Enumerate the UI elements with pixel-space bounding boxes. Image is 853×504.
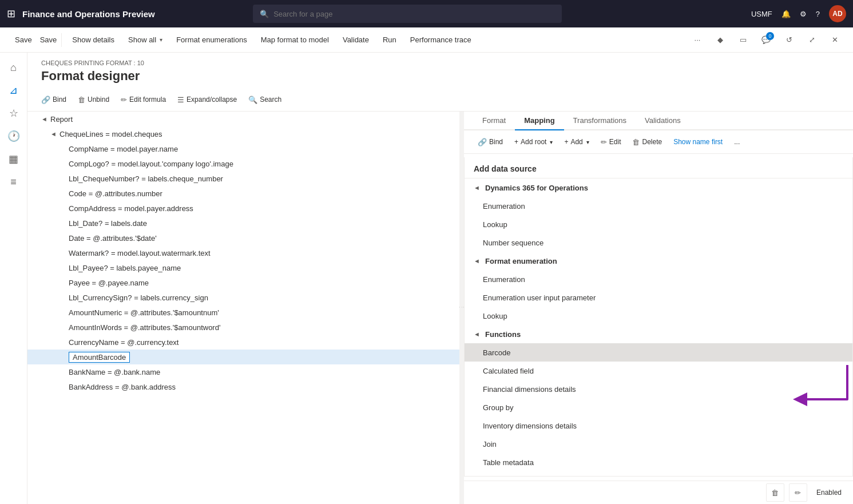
tree-item-payee[interactable]: Payee = @.payee.name (27, 275, 459, 290)
edit-button[interactable]: ✏ Edit (596, 134, 626, 150)
right-bind-button[interactable]: 🔗 Bind (473, 134, 507, 150)
ds-section-formatenum[interactable]: ◄ Format enumeration (465, 252, 852, 270)
tree-item-amountbarcode[interactable]: AmountBarcode (27, 350, 459, 364)
ds-item-enum-input-param[interactable]: Enumeration user input parameter (465, 288, 852, 307)
collapse-arrow: ◄ (474, 184, 483, 191)
save-button[interactable]: Save (9, 31, 38, 49)
notification-badge: 0 (766, 32, 774, 40)
tab-format[interactable]: Format (473, 112, 515, 130)
rail-recent-icon[interactable]: 🕐 (3, 126, 24, 146)
rail-grid-icon[interactable]: ▦ (3, 149, 24, 169)
tree-item-date[interactable]: Date = @.attributes.'$date' (27, 231, 459, 245)
ds-item-lookup-d365[interactable]: Lookup (465, 215, 852, 233)
global-search[interactable]: 🔍 (253, 5, 562, 23)
edit-bottom-icon[interactable]: ✏ (789, 483, 807, 502)
pencil-icon: ✏ (795, 489, 801, 497)
ds-item-inventory-dimensions[interactable]: Inventory dimensions details (465, 416, 852, 435)
validate-label: Validate (343, 35, 369, 44)
ds-item-barcode[interactable]: Barcode (465, 343, 852, 362)
tree-item-amountinwords[interactable]: AmountInWords = @.attributes.'$amountwor… (27, 320, 459, 335)
sidebar-toggle-icon[interactable]: ▭ (734, 31, 752, 49)
tree-item-lblpayee[interactable]: Lbl_Payee? = labels.payee_name (27, 260, 459, 275)
ds-item-numberseq[interactable]: Number sequence (465, 233, 852, 252)
run-label: Run (383, 35, 396, 44)
close-icon[interactable]: ✕ (826, 31, 844, 49)
tree-item-amountnumeric[interactable]: AmountNumeric = @.attributes.'$amountnum… (27, 305, 459, 320)
validate-button[interactable]: Validate (337, 31, 375, 49)
rail-home-icon[interactable]: ⌂ (3, 57, 24, 78)
ds-item-join[interactable]: Join (465, 435, 852, 453)
tree-item-lbldate[interactable]: Lbl_Date? = labels.date (27, 216, 459, 231)
more-options-button[interactable]: ... (729, 134, 744, 150)
rail-list-icon[interactable]: ≡ (3, 172, 24, 192)
tree-item-code[interactable]: Code = @.attributes.number (27, 186, 459, 201)
add-button[interactable]: + Add (560, 134, 593, 150)
nav-right: USMF 🔔 ⚙ ? AD (751, 5, 846, 22)
ds-section-functions[interactable]: ◄ Functions (465, 325, 852, 343)
rail-filter-icon[interactable]: ⊿ (3, 80, 24, 101)
tree-item-compname[interactable]: CompName = model.payer.name (27, 141, 459, 156)
show-details-button[interactable]: Show details (66, 31, 120, 49)
delete-bottom-icon[interactable]: 🗑 (766, 483, 784, 502)
diamond-icon[interactable]: ◆ (711, 31, 729, 49)
refresh-icon[interactable]: ↺ (780, 31, 798, 49)
tree-item-currencyname[interactable]: CurrencyName = @.currency.text (27, 335, 459, 350)
tab-transformations[interactable]: Transformations (564, 112, 636, 130)
tree-item-compaddress[interactable]: CompAddress = model.payer.address (27, 201, 459, 216)
ds-item-lookup-fmt[interactable]: Lookup (465, 307, 852, 325)
ds-item-enumeration-fmt[interactable]: Enumeration (465, 270, 852, 288)
tree-item-complogo[interactable]: CompLogo? = model.layout.'company logo'.… (27, 156, 459, 171)
bind-button[interactable]: 🔗 Bind (37, 92, 71, 108)
expand-icon[interactable]: ⤢ (803, 31, 821, 49)
avatar[interactable]: AD (829, 5, 846, 22)
ds-item-calculated-field[interactable]: Calculated field (465, 362, 852, 380)
ds-item-enumeration-d365[interactable]: Enumeration (465, 197, 852, 215)
tree-item-watermark[interactable]: Watermark? = model.layout.watermark.text (27, 245, 459, 260)
delete-button[interactable]: 🗑 Delete (628, 134, 666, 150)
format-enumerations-button[interactable]: Format enumerations (170, 31, 253, 49)
tree-item-chequelines[interactable]: ◄ ChequeLines = model.cheques (27, 126, 459, 141)
add-root-button[interactable]: + Add root (510, 134, 557, 150)
performance-trace-button[interactable]: Performance trace (404, 31, 477, 49)
command-bar: Save Save Show details Show all Format e… (0, 27, 853, 53)
show-details-label: Show details (72, 35, 114, 44)
expand-collapse-button[interactable]: ☰ Expand/collapse (173, 92, 241, 108)
show-name-first-button[interactable]: Show name first (669, 134, 727, 150)
right-bind-icon: 🔗 (478, 138, 487, 146)
toolbar-row: 🔗 Bind 🗑 Unbind ✏ Edit formula ☰ Expand/… (27, 88, 853, 112)
bottom-bar: 🗑 ✏ Enabled (464, 481, 853, 504)
search-input[interactable] (273, 10, 555, 18)
more-icon[interactable]: ··· (688, 31, 707, 49)
app-title: Finance and Operations Preview (22, 9, 155, 19)
ds-item-financial-dimensions[interactable]: Financial dimensions details (465, 380, 852, 398)
notification-icon[interactable]: 🔔 (781, 10, 791, 18)
chat-icon[interactable]: 💬 0 (757, 31, 775, 49)
collapse-arrow: ◄ (474, 331, 483, 338)
ds-item-group-by[interactable]: Group by (465, 398, 852, 416)
run-button[interactable]: Run (377, 31, 402, 49)
tree-item-bankname[interactable]: BankName = @.bank.name (27, 364, 459, 379)
ds-section-d365[interactable]: ◄ Dynamics 365 for Operations (465, 178, 852, 197)
tab-validations[interactable]: Validations (636, 112, 690, 130)
cmd-save-label: Save (40, 35, 57, 44)
edit-formula-button[interactable]: ✏ Edit formula (116, 92, 170, 108)
map-format-button[interactable]: Map format to model (255, 31, 335, 49)
ds-item-table-metadata[interactable]: Table metadata (465, 453, 852, 471)
rail-star-icon[interactable]: ☆ (3, 103, 24, 124)
add-icon: + (564, 138, 568, 146)
waffle-icon[interactable]: ⊞ (7, 7, 15, 20)
search-button[interactable]: 🔍 Search (244, 92, 286, 108)
cmd-right-icons: ··· ◆ ▭ 💬 0 ↺ ⤢ ✕ (688, 31, 844, 49)
tree-item-bankaddress[interactable]: BankAddress = @.bank.address (27, 379, 459, 394)
show-all-button[interactable]: Show all (122, 31, 168, 49)
help-icon[interactable]: ? (816, 10, 820, 18)
tree-item-lblchequenumber[interactable]: Lbl_ChequeNumber? = labels.cheque_number (27, 171, 459, 186)
unbind-button[interactable]: 🗑 Unbind (73, 92, 114, 108)
tab-mapping[interactable]: Mapping (515, 112, 564, 130)
top-navigation: ⊞ Finance and Operations Preview 🔍 USMF … (0, 0, 853, 27)
tree-item-lblcurrencysign[interactable]: Lbl_CurrencySign? = labels.currency_sign (27, 290, 459, 305)
tree-item-report[interactable]: ◄ Report (27, 112, 459, 126)
settings-icon[interactable]: ⚙ (800, 10, 807, 18)
panel-title: Add data source (465, 157, 852, 178)
pane-splitter[interactable]: ⋮ (459, 112, 464, 504)
